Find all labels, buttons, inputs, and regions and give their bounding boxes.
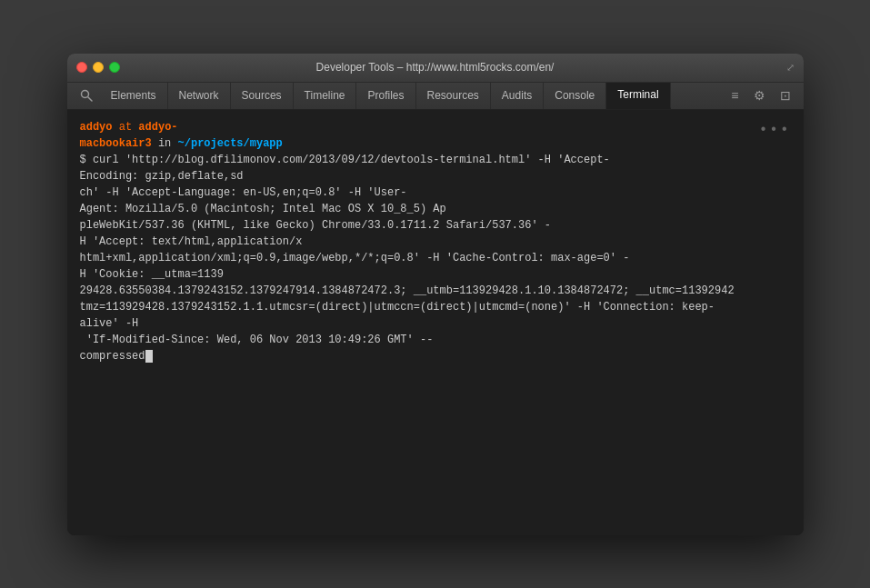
terminal-panel[interactable]: ••• addyo at addyo- macbookair3 in ~/pro…: [67, 110, 804, 535]
cmd-line-7: html+xml,application/xml;q=0.9,image/web…: [80, 250, 791, 266]
dock-icon[interactable]: ⊡: [775, 85, 796, 106]
tab-console[interactable]: Console: [544, 83, 606, 109]
terminal-cursor: [145, 350, 153, 363]
cmd-line-1: $ curl 'http://blog.dfilimonov.com/2013/…: [80, 152, 791, 168]
terminal-dots: •••: [759, 119, 791, 141]
tabbar: Elements Network Sources Timeline Profil…: [67, 83, 804, 110]
prompt-line: addyo at addyo-: [80, 119, 791, 135]
minimize-button[interactable]: [93, 62, 104, 73]
prompt-line2: macbookair3 in ~/projects/myapp: [80, 135, 791, 152]
cmd-line-8: H 'Cookie: __utma=1139: [80, 266, 791, 283]
cmd-line-2: Encoding: gzip,deflate,sd: [80, 168, 791, 184]
tab-resources[interactable]: Resources: [416, 83, 491, 109]
cmd-line-13: compressed: [80, 348, 791, 364]
tabbar-actions: ≡ ⚙ ⊡: [725, 83, 803, 109]
cmd-line-3: ch' -H 'Accept-Language: en-US,en;q=0.8'…: [80, 184, 791, 201]
tab-audits[interactable]: Audits: [491, 83, 544, 109]
cmd-line-4: Agent: Mozilla/5.0 (Macintosh; Intel Mac…: [80, 201, 791, 217]
traffic-lights: [76, 62, 120, 73]
prompt-user: addyo: [80, 121, 113, 134]
window-title: Developer Tools – http://www.html5rocks.…: [316, 61, 555, 74]
tab-network[interactable]: Network: [168, 83, 231, 109]
svg-line-1: [88, 97, 92, 101]
settings-icon[interactable]: ⚙: [748, 85, 771, 106]
close-button[interactable]: [76, 62, 87, 73]
titlebar: Developer Tools – http://www.html5rocks.…: [67, 54, 804, 83]
search-icon[interactable]: [73, 83, 100, 109]
cmd-line-9: 29428.63550384.1379243152.1379247914.138…: [80, 283, 791, 299]
tab-terminal[interactable]: Terminal: [606, 83, 670, 109]
cmd-line-10: tmz=113929428.1379243152.1.1.utmcsr=(dir…: [80, 299, 791, 315]
prompt-path: ~/projects/myapp: [178, 137, 283, 150]
devtools-window: Developer Tools – http://www.html5rocks.…: [67, 54, 804, 535]
tab-profiles[interactable]: Profiles: [356, 83, 415, 109]
cmd-line-11: alive' -H: [80, 315, 791, 332]
filter-icon[interactable]: ≡: [725, 85, 744, 106]
prompt-at: at: [113, 121, 139, 134]
tab-sources[interactable]: Sources: [231, 83, 294, 109]
tab-timeline[interactable]: Timeline: [294, 83, 357, 109]
prompt-host2: macbookair3: [80, 137, 152, 150]
prompt-in: in: [152, 137, 178, 150]
tab-elements[interactable]: Elements: [100, 83, 168, 109]
cmd-line-6: H 'Accept: text/html,application/x: [80, 234, 791, 250]
expand-icon[interactable]: ⤢: [786, 62, 795, 74]
maximize-button[interactable]: [109, 62, 120, 73]
cmd-line-5: pleWebKit/537.36 (KHTML, like Gecko) Chr…: [80, 217, 791, 234]
prompt-host: addyo-: [138, 121, 177, 134]
svg-point-0: [81, 91, 88, 98]
cmd-line-12: 'If-Modified-Since: Wed, 06 Nov 2013 10:…: [80, 332, 791, 348]
